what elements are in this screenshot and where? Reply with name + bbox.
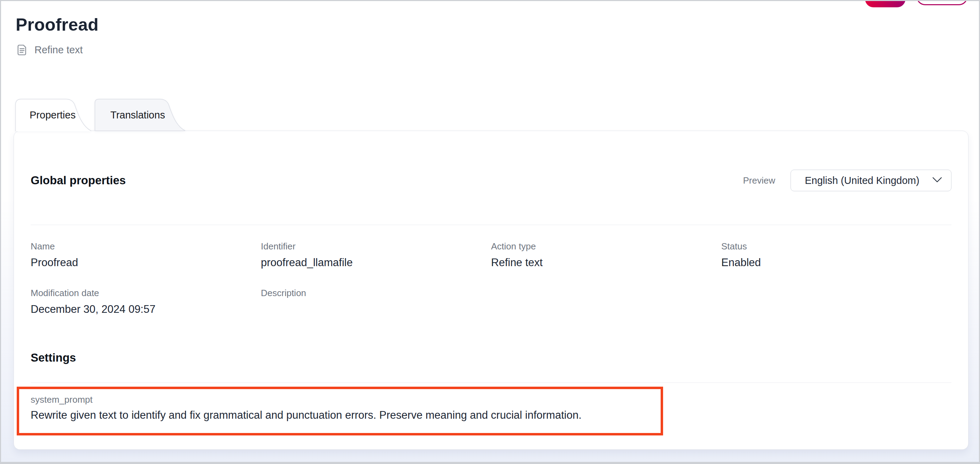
tab-properties[interactable]: Properties xyxy=(15,99,92,131)
tab-translations[interactable]: Translations xyxy=(94,99,186,131)
divider xyxy=(31,225,951,225)
page-title: Proofread xyxy=(16,15,99,35)
field-label: Status xyxy=(721,241,951,252)
page-subtitle-row: Refine text xyxy=(16,43,99,56)
field-label: Identifier xyxy=(261,241,491,252)
field-value: December 30, 2024 09:57 xyxy=(31,303,261,316)
global-properties-heading: Global properties xyxy=(31,174,126,187)
field-value: Enabled xyxy=(721,257,951,269)
global-properties-grid: Name Proofread Identifier proofread_llam… xyxy=(31,241,951,316)
field-name: Name Proofread xyxy=(31,241,261,269)
page-header: Proofread Refine text xyxy=(16,15,99,56)
preview-label: Preview xyxy=(743,175,775,186)
field-status: Status Enabled xyxy=(721,241,951,269)
global-properties-header: Global properties Preview English (Unite… xyxy=(31,169,951,191)
divider xyxy=(31,383,951,383)
chevron-down-icon xyxy=(932,177,942,184)
field-identifier: Identifier proofread_llamafile xyxy=(261,241,491,269)
field-value: Proofread xyxy=(31,257,261,269)
field-description: Description xyxy=(261,288,491,316)
field-action-type: Action type Refine text xyxy=(491,241,721,269)
page-subtitle: Refine text xyxy=(35,44,83,56)
properties-panel: Global properties Preview English (Unite… xyxy=(14,131,969,450)
secondary-action-button[interactable] xyxy=(916,0,967,5)
field-modification-date: Modification date December 30, 2024 09:5… xyxy=(31,288,261,316)
tab-translations-label: Translations xyxy=(94,99,186,131)
language-selector-value: English (United Kingdom) xyxy=(805,175,920,187)
field-label: Modification date xyxy=(31,288,261,298)
field-label: Description xyxy=(261,288,491,298)
field-value: Refine text xyxy=(491,257,721,269)
primary-action-button[interactable] xyxy=(865,0,905,7)
field-label: Name xyxy=(31,241,261,252)
system-prompt-field-highlight-box: system_prompt Rewrite given text to iden… xyxy=(17,387,663,435)
document-icon xyxy=(16,43,29,56)
language-selector[interactable]: English (United Kingdom) xyxy=(791,170,951,191)
preview-group: Preview English (United Kingdom) xyxy=(743,170,951,191)
field-label: Action type xyxy=(491,241,721,252)
field-value: proofread_llamafile xyxy=(261,257,491,269)
tab-properties-label: Properties xyxy=(15,99,92,131)
settings-heading: Settings xyxy=(31,351,951,364)
app-window: Proofread Refine text Properties xyxy=(0,0,980,464)
system-prompt-label: system_prompt xyxy=(31,394,654,405)
system-prompt-value: Rewrite given text to identify and fix g… xyxy=(31,409,654,421)
